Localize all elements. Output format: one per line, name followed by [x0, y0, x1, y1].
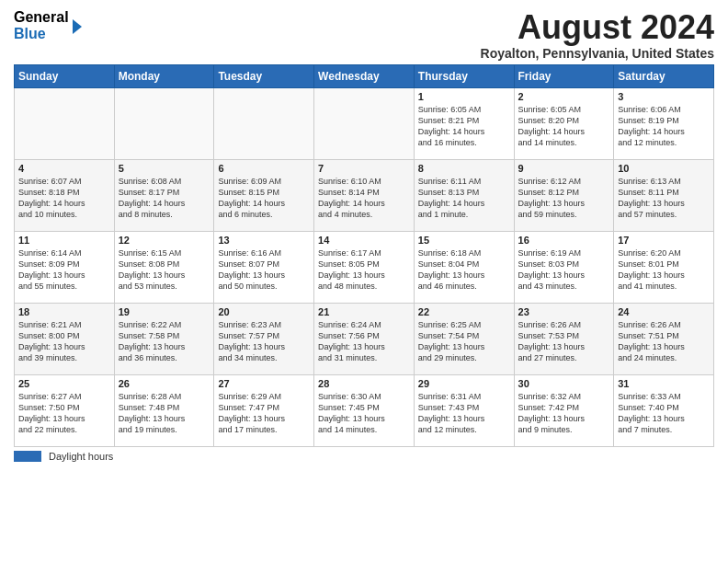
day-number: 17 [618, 235, 710, 246]
day-info: Sunrise: 6:25 AM Sunset: 7:54 PM Dayligh… [418, 319, 510, 364]
day-info: Sunrise: 6:12 AM Sunset: 8:12 PM Dayligh… [518, 176, 610, 221]
day-info: Sunrise: 6:29 AM Sunset: 7:47 PM Dayligh… [218, 391, 310, 436]
week-row-5: 25Sunrise: 6:27 AM Sunset: 7:50 PM Dayli… [15, 374, 714, 446]
day-number: 26 [119, 378, 210, 389]
day-number: 25 [18, 378, 110, 389]
day-number: 14 [318, 235, 410, 246]
day-number: 7 [318, 163, 410, 174]
calendar-cell: 4Sunrise: 6:07 AM Sunset: 8:18 PM Daylig… [15, 159, 115, 231]
calendar-cell: 19Sunrise: 6:22 AM Sunset: 7:58 PM Dayli… [114, 303, 214, 374]
day-info: Sunrise: 6:31 AM Sunset: 7:43 PM Dayligh… [418, 391, 510, 436]
calendar-header: SundayMondayTuesdayWednesdayThursdayFrid… [15, 64, 714, 87]
calendar-cell: 21Sunrise: 6:24 AM Sunset: 7:56 PM Dayli… [314, 303, 415, 374]
header-row: SundayMondayTuesdayWednesdayThursdayFrid… [15, 64, 714, 87]
calendar-cell: 9Sunrise: 6:12 AM Sunset: 8:12 PM Daylig… [514, 159, 614, 231]
header: General Blue August 2024 Royalton, Penns… [14, 9, 714, 61]
day-number: 30 [518, 378, 610, 389]
day-info: Sunrise: 6:18 AM Sunset: 8:04 PM Dayligh… [418, 247, 510, 293]
calendar-cell: 18Sunrise: 6:21 AM Sunset: 8:00 PM Dayli… [15, 303, 115, 374]
footer: Daylight hours [14, 451, 714, 462]
logo-text-block: General Blue [14, 9, 69, 41]
day-number: 22 [418, 306, 510, 317]
day-info: Sunrise: 6:15 AM Sunset: 8:08 PM Dayligh… [119, 247, 210, 293]
day-number: 20 [218, 306, 310, 317]
calendar-cell: 28Sunrise: 6:30 AM Sunset: 7:45 PM Dayli… [314, 374, 415, 446]
day-number: 4 [18, 163, 110, 174]
calendar-cell [214, 87, 314, 159]
day-number: 6 [218, 163, 310, 174]
day-number: 2 [518, 91, 610, 102]
day-number: 29 [418, 378, 510, 389]
calendar-cell: 3Sunrise: 6:06 AM Sunset: 8:19 PM Daylig… [614, 87, 714, 159]
title-block: August 2024 Royalton, Pennsylvania, Unit… [481, 9, 714, 61]
day-number: 28 [318, 378, 410, 389]
calendar-cell: 10Sunrise: 6:13 AM Sunset: 8:11 PM Dayli… [614, 159, 714, 231]
day-number: 18 [18, 306, 110, 317]
day-number: 13 [218, 235, 310, 246]
day-number: 24 [618, 306, 710, 317]
calendar-cell: 8Sunrise: 6:11 AM Sunset: 8:13 PM Daylig… [414, 159, 514, 231]
calendar-cell: 23Sunrise: 6:26 AM Sunset: 7:53 PM Dayli… [514, 303, 614, 374]
month-title: August 2024 [481, 9, 714, 46]
day-info: Sunrise: 6:26 AM Sunset: 7:53 PM Dayligh… [518, 319, 610, 364]
logo-arrow-icon [73, 19, 82, 34]
day-info: Sunrise: 6:22 AM Sunset: 7:58 PM Dayligh… [119, 319, 210, 364]
day-info: Sunrise: 6:14 AM Sunset: 8:09 PM Dayligh… [18, 247, 110, 293]
week-row-3: 11Sunrise: 6:14 AM Sunset: 8:09 PM Dayli… [15, 231, 714, 303]
day-info: Sunrise: 6:13 AM Sunset: 8:11 PM Dayligh… [618, 176, 710, 221]
week-row-2: 4Sunrise: 6:07 AM Sunset: 8:18 PM Daylig… [15, 159, 714, 231]
calendar-body: 1Sunrise: 6:05 AM Sunset: 8:21 PM Daylig… [15, 87, 714, 446]
day-info: Sunrise: 6:11 AM Sunset: 8:13 PM Dayligh… [418, 176, 510, 221]
calendar-cell [15, 87, 115, 159]
logo-general: General [14, 9, 69, 25]
day-info: Sunrise: 6:33 AM Sunset: 7:40 PM Dayligh… [618, 391, 710, 436]
calendar-cell: 31Sunrise: 6:33 AM Sunset: 7:40 PM Dayli… [614, 374, 714, 446]
day-number: 16 [518, 235, 610, 246]
calendar-cell: 2Sunrise: 6:05 AM Sunset: 8:20 PM Daylig… [514, 87, 614, 159]
calendar-cell: 20Sunrise: 6:23 AM Sunset: 7:57 PM Dayli… [214, 303, 314, 374]
location: Royalton, Pennsylvania, United States [481, 46, 714, 61]
day-number: 12 [119, 235, 210, 246]
calendar-cell: 22Sunrise: 6:25 AM Sunset: 7:54 PM Dayli… [414, 303, 514, 374]
daylight-label: Daylight hours [49, 451, 113, 462]
calendar-cell: 11Sunrise: 6:14 AM Sunset: 8:09 PM Dayli… [15, 231, 115, 303]
calendar-cell: 27Sunrise: 6:29 AM Sunset: 7:47 PM Dayli… [214, 374, 314, 446]
day-info: Sunrise: 6:27 AM Sunset: 7:50 PM Dayligh… [18, 391, 110, 436]
day-number: 5 [119, 163, 210, 174]
calendar-cell [314, 87, 415, 159]
daylight-bar-icon [14, 451, 41, 462]
day-info: Sunrise: 6:32 AM Sunset: 7:42 PM Dayligh… [518, 391, 610, 436]
logo: General Blue [14, 9, 82, 41]
week-row-1: 1Sunrise: 6:05 AM Sunset: 8:21 PM Daylig… [15, 87, 714, 159]
calendar-cell: 24Sunrise: 6:26 AM Sunset: 7:51 PM Dayli… [614, 303, 714, 374]
calendar-cell: 5Sunrise: 6:08 AM Sunset: 8:17 PM Daylig… [114, 159, 214, 231]
day-header-tuesday: Tuesday [214, 64, 314, 87]
day-info: Sunrise: 6:10 AM Sunset: 8:14 PM Dayligh… [318, 176, 410, 221]
calendar-cell: 13Sunrise: 6:16 AM Sunset: 8:07 PM Dayli… [214, 231, 314, 303]
day-number: 31 [618, 378, 710, 389]
day-info: Sunrise: 6:07 AM Sunset: 8:18 PM Dayligh… [18, 176, 110, 221]
day-info: Sunrise: 6:16 AM Sunset: 8:07 PM Dayligh… [218, 247, 310, 293]
day-info: Sunrise: 6:06 AM Sunset: 8:19 PM Dayligh… [618, 104, 710, 149]
day-info: Sunrise: 6:23 AM Sunset: 7:57 PM Dayligh… [218, 319, 310, 364]
day-info: Sunrise: 6:20 AM Sunset: 8:01 PM Dayligh… [618, 247, 710, 293]
day-header-wednesday: Wednesday [314, 64, 415, 87]
day-info: Sunrise: 6:09 AM Sunset: 8:15 PM Dayligh… [218, 176, 310, 221]
day-number: 3 [618, 91, 710, 102]
day-info: Sunrise: 6:26 AM Sunset: 7:51 PM Dayligh… [618, 319, 710, 364]
day-number: 21 [318, 306, 410, 317]
calendar-cell: 12Sunrise: 6:15 AM Sunset: 8:08 PM Dayli… [114, 231, 214, 303]
page-container: General Blue August 2024 Royalton, Penns… [0, 0, 728, 466]
calendar-cell: 14Sunrise: 6:17 AM Sunset: 8:05 PM Dayli… [314, 231, 415, 303]
day-info: Sunrise: 6:05 AM Sunset: 8:20 PM Dayligh… [518, 104, 610, 149]
week-row-4: 18Sunrise: 6:21 AM Sunset: 8:00 PM Dayli… [15, 303, 714, 374]
day-number: 8 [418, 163, 510, 174]
day-number: 19 [119, 306, 210, 317]
day-number: 15 [418, 235, 510, 246]
calendar-cell: 1Sunrise: 6:05 AM Sunset: 8:21 PM Daylig… [414, 87, 514, 159]
day-info: Sunrise: 6:05 AM Sunset: 8:21 PM Dayligh… [418, 104, 510, 149]
day-header-saturday: Saturday [614, 64, 714, 87]
day-info: Sunrise: 6:28 AM Sunset: 7:48 PM Dayligh… [119, 391, 210, 436]
day-header-monday: Monday [114, 64, 214, 87]
day-header-thursday: Thursday [414, 64, 514, 87]
